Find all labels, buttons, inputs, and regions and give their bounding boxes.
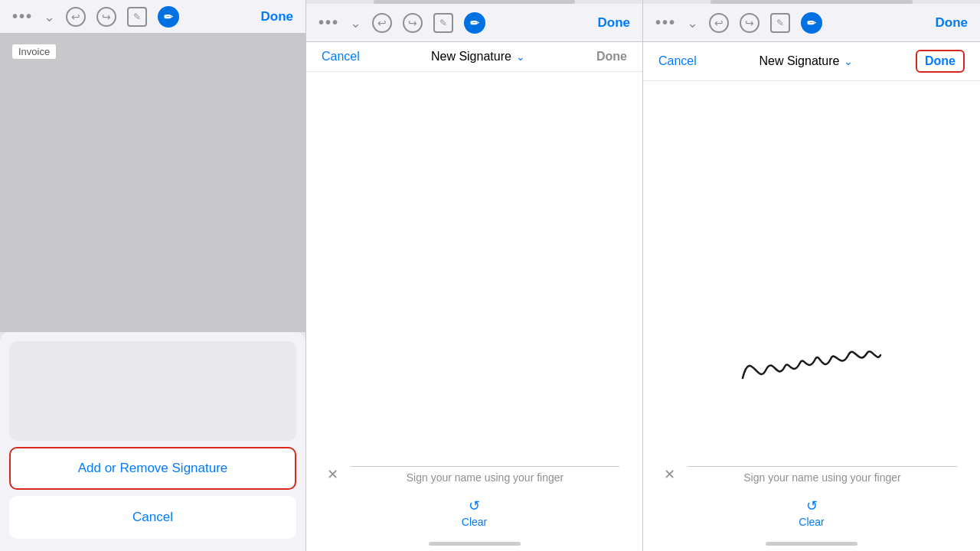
cancel-sig-button-2[interactable]: Cancel (322, 50, 360, 64)
add-remove-signature-button[interactable]: Add or Remove Signature (9, 447, 296, 490)
redo-icon-2[interactable]: ↪ (403, 13, 423, 33)
sig-baseline-2 (351, 466, 619, 467)
apple-pencil-icon-3[interactable]: ✏ (801, 12, 822, 34)
apple-pencil-icon-2[interactable]: ✏ (464, 12, 485, 34)
sig-x-button-2[interactable]: ✕ (322, 464, 343, 485)
sig-name-bar-3: Cancel New Signature ⌄ Done (643, 42, 980, 81)
sig-title-chevron-2: ⌄ (516, 51, 525, 63)
sig-title-chevron-3: ⌄ (844, 55, 853, 67)
undo-icon[interactable]: ↩ (66, 7, 86, 27)
markup-icon-2[interactable]: ✎ (433, 13, 453, 33)
sig-baseline-3 (688, 466, 957, 467)
panel-1: ••• ⌄ ↩ ↪ ✎ ✏ Done Invoice Add or Remove… (0, 0, 306, 551)
markup-icon-3[interactable]: ✎ (770, 13, 790, 33)
sig-bottom-bar-3: ✕ Sign your name using your finger (643, 455, 980, 497)
document-area: Invoice (0, 34, 305, 332)
home-indicator-2 (306, 536, 642, 551)
cancel-sig-button-3[interactable]: Cancel (658, 54, 697, 68)
markup-icon[interactable]: ✎ (127, 7, 147, 27)
done-sig-button-3[interactable]: Done (916, 50, 965, 73)
sig-name-bar-2: Cancel New Signature ⌄ Done (306, 42, 642, 72)
sig-title-2[interactable]: New Signature ⌄ (431, 50, 525, 64)
more-options-icon[interactable]: ••• (12, 8, 33, 25)
done-button-1[interactable]: Done (261, 9, 294, 24)
panel-2: ••• ⌄ ↩ ↪ ✎ ✏ Done Cancel New Signature … (306, 0, 643, 551)
more-options-icon-2[interactable]: ••• (318, 14, 339, 31)
sig-drawing-area-3[interactable] (643, 81, 980, 455)
sig-toolbar-2: ••• ⌄ ↩ ↪ ✎ ✏ Done (306, 4, 642, 42)
done-button-2[interactable]: Done (598, 15, 631, 31)
toolbar-left-1: ••• ⌄ ↩ ↪ ✎ ✏ (12, 6, 179, 28)
clear-label-3: Clear (799, 516, 824, 528)
sig-line-area-3: Sign your name using your finger (688, 466, 957, 484)
redo-icon[interactable]: ↪ (96, 7, 116, 27)
sheet-preview (9, 341, 296, 441)
chevron-down-icon[interactable]: ⌄ (44, 8, 55, 25)
clear-icon-3: ↺ (806, 497, 818, 514)
sig-drawing-area-2[interactable] (306, 72, 642, 455)
clear-icon-2: ↺ (469, 497, 480, 514)
sig-toolbar-left-3: ••• ⌄ ↩ ↪ ✎ ✏ (655, 12, 822, 34)
sig-placeholder-2: Sign your name using your finger (407, 471, 564, 484)
home-bar-2 (429, 542, 521, 546)
chevron-down-icon-3[interactable]: ⌄ (687, 15, 698, 31)
toolbar-1: ••• ⌄ ↩ ↪ ✎ ✏ Done (0, 0, 305, 34)
panel-3: ••• ⌄ ↩ ↪ ✎ ✏ Done Cancel New Signature … (643, 0, 980, 551)
cancel-button-sheet[interactable]: Cancel (9, 496, 296, 539)
bottom-sheet: Add or Remove Signature Cancel (0, 332, 305, 551)
done-sig-button-2[interactable]: Done (596, 50, 627, 64)
clear-button-3[interactable]: ↺ Clear (799, 497, 824, 528)
redo-icon-3[interactable]: ↪ (740, 13, 760, 33)
undo-icon-2[interactable]: ↩ (372, 13, 392, 33)
document-label: Invoice (12, 44, 56, 59)
sig-clear-area-2: ↺ Clear (306, 497, 642, 536)
home-bar-3 (766, 542, 858, 546)
sig-line-area-2: Sign your name using your finger (351, 466, 619, 484)
clear-button-2[interactable]: ↺ Clear (462, 497, 487, 528)
undo-icon-3[interactable]: ↩ (709, 13, 729, 33)
clear-label-2: Clear (462, 516, 487, 528)
sig-placeholder-3: Sign your name using your finger (743, 471, 900, 484)
signature-handwriting (735, 332, 888, 393)
apple-pencil-icon[interactable]: ✏ (158, 6, 179, 28)
sig-clear-area-3: ↺ Clear (643, 497, 980, 536)
home-indicator-3 (643, 536, 980, 551)
sig-title-3[interactable]: New Signature ⌄ (759, 54, 853, 68)
more-options-icon-3[interactable]: ••• (655, 14, 676, 31)
sig-toolbar-3: ••• ⌄ ↩ ↪ ✎ ✏ Done (643, 4, 980, 42)
sig-toolbar-left-2: ••• ⌄ ↩ ↪ ✎ ✏ (318, 12, 485, 34)
done-button-3[interactable]: Done (936, 15, 969, 31)
sig-x-button-3[interactable]: ✕ (658, 464, 680, 485)
sig-bottom-bar-2: ✕ Sign your name using your finger (306, 455, 642, 497)
chevron-down-icon-2[interactable]: ⌄ (350, 15, 361, 31)
